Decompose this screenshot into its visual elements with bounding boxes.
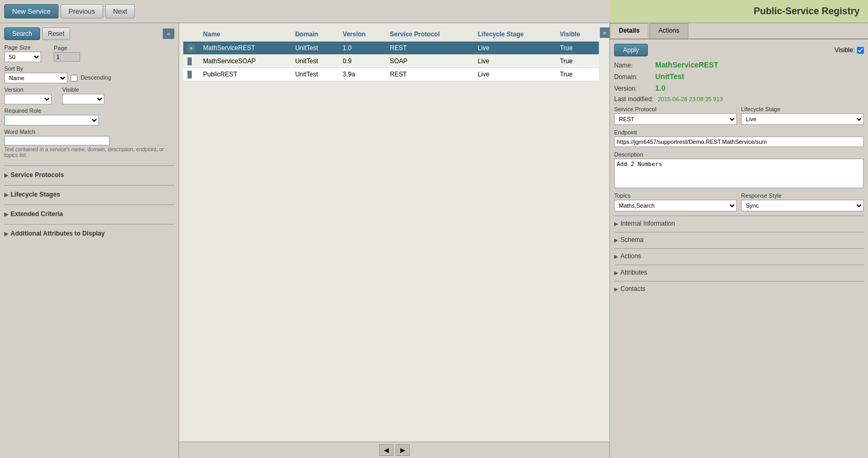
required-role-select[interactable] [4, 115, 99, 125]
tab-actions[interactable]: Actions [649, 23, 688, 38]
page-size-field: Page Size 50 25 100 [4, 44, 41, 62]
schema-triangle: ▶ [614, 237, 618, 243]
cell-version: 3.9a [339, 68, 386, 81]
table-row[interactable]: MathServiceSOAP UnitTest 0.9 SOAP Live T… [183, 55, 599, 68]
endpoint-input[interactable] [614, 137, 864, 147]
service-protocols-header[interactable]: ▶ Service Protocols [4, 169, 174, 181]
table-row[interactable]: » MathServiceREST UnitTest 1.0 REST Live… [183, 42, 599, 55]
internal-info-label: Internal Information [620, 220, 675, 227]
additional-attributes-section: ▶ Additional Attributes to Display [4, 224, 174, 239]
reset-button[interactable]: Reset [42, 27, 70, 40]
schema-header[interactable]: ▶ Schema [614, 235, 864, 245]
search-button[interactable]: Search [4, 27, 40, 40]
collapse-button[interactable]: « [163, 28, 174, 39]
sort-by-select[interactable]: Name Domain Version [4, 73, 67, 83]
scroll-right-button[interactable]: ▶ [396, 444, 410, 456]
cell-name: MathServiceREST [199, 42, 291, 55]
lifecycle-stages-section: ▶ Lifecycle Stages [4, 185, 174, 200]
next-button[interactable]: Next [105, 4, 135, 18]
col-arrow [183, 27, 199, 42]
table-row[interactable]: PublicREST UnitTest 3.9a REST Live True [183, 68, 599, 81]
lifecycle-stages-header[interactable]: ▶ Lifecycle Stages [4, 189, 174, 200]
domain-value: UnitTest [655, 72, 684, 81]
col-name[interactable]: Name [199, 27, 291, 42]
topics-select[interactable]: Maths,Search [614, 200, 737, 211]
endpoint-label: Endpoint [614, 129, 864, 135]
tab-details[interactable]: Details [610, 23, 648, 38]
domain-row: Domain: UnitTest [614, 72, 864, 81]
right-content: Apply Visible: Name: MathServiceREST Dom… [610, 40, 868, 458]
table-container: Name Domain Version Service Protocol Lif… [179, 23, 609, 442]
cell-domain: UnitTest [291, 68, 338, 81]
cell-protocol: SOAP [386, 55, 474, 68]
word-match-input[interactable] [4, 136, 110, 145]
cell-stage: Live [474, 55, 556, 68]
center-collapse-button[interactable]: » [600, 27, 609, 38]
right-tabs: Details Actions [610, 23, 868, 40]
service-protocol-select[interactable]: REST SOAP [614, 113, 737, 125]
version-detail-label: Version: [614, 85, 651, 92]
additional-attributes-triangle: ▶ [4, 231, 8, 237]
cell-version: 0.9 [339, 55, 386, 68]
col-domain[interactable]: Domain [291, 27, 338, 42]
internal-info-triangle: ▶ [614, 221, 618, 227]
scroll-left-button[interactable]: ◀ [379, 444, 393, 456]
word-match-label: Word Match [4, 129, 174, 135]
internal-info-header[interactable]: ▶ Internal Information [614, 218, 864, 229]
cell-name: PublicREST [199, 68, 291, 81]
row-arrow-icon [188, 57, 192, 65]
visible-select[interactable]: True False [62, 94, 104, 104]
new-service-button[interactable]: New Service [4, 4, 58, 18]
row-indicator [183, 68, 199, 81]
right-panel: Details Actions Apply Visible: Name: Mat… [610, 23, 868, 458]
protocol-stage-grid: Service Protocol REST SOAP Lifecycle Sta… [614, 106, 864, 125]
cell-stage: Live [474, 68, 556, 81]
name-label: Name: [614, 62, 651, 69]
cell-protocol: REST [386, 42, 474, 55]
search-row: Search Reset « [4, 27, 174, 40]
apply-button[interactable]: Apply [614, 44, 648, 56]
table-scroll-bottom: ◀ ▶ [179, 442, 609, 458]
page-size-select[interactable]: 50 25 100 [4, 52, 41, 62]
main-container: Search Reset « Page Size 50 25 100 Page … [0, 23, 868, 458]
previous-button[interactable]: Previous [61, 4, 103, 18]
actions-header[interactable]: ▶ Actions [614, 251, 864, 261]
word-match-row: Word Match Text contained in a service's… [4, 129, 174, 158]
topics-field: Topics Maths,Search [614, 192, 737, 211]
col-stage[interactable]: Lifecycle Stage [474, 27, 556, 42]
service-protocols-section: ▶ Service Protocols [4, 165, 174, 181]
lifecycle-stages-label: Lifecycle Stages [11, 191, 60, 198]
cell-name: MathServiceSOAP [199, 55, 291, 68]
app-title-text: Public-Service Registry [754, 6, 860, 17]
additional-attributes-header[interactable]: ▶ Additional Attributes to Display [4, 228, 174, 239]
page-input[interactable] [54, 52, 80, 62]
lifecycle-stage-select[interactable]: Live Beta Deprecated [741, 113, 864, 125]
descending-checkbox[interactable] [71, 75, 77, 82]
row-arrow-icon [188, 71, 192, 79]
extended-criteria-header[interactable]: ▶ Extended Criteria [4, 208, 174, 220]
page-label: Page [54, 45, 80, 51]
attributes-header[interactable]: ▶ Attributes [614, 267, 864, 278]
service-protocol-label: Service Protocol [614, 106, 737, 112]
col-visible[interactable]: Visible [556, 27, 599, 42]
cell-stage: Live [474, 42, 556, 55]
visible-checkbox[interactable] [857, 47, 864, 54]
description-field: Description Add 2 Numbers [614, 151, 864, 188]
sort-by-row: Sort By Name Domain Version Descending [4, 65, 174, 83]
extended-criteria-section: ▶ Extended Criteria [4, 204, 174, 220]
description-textarea[interactable]: Add 2 Numbers [614, 159, 864, 188]
cell-domain: UnitTest [291, 55, 338, 68]
descending-label: Descending [81, 74, 111, 81]
col-protocol[interactable]: Service Protocol [386, 27, 474, 42]
name-row: Name: MathServiceREST [614, 61, 864, 69]
contacts-section: ▶ Contacts [614, 281, 864, 294]
word-match-hint: Text contained in a service's name, doma… [4, 147, 174, 158]
version-select[interactable] [4, 94, 52, 104]
contacts-label: Contacts [620, 285, 645, 293]
services-table: Name Domain Version Service Protocol Lif… [183, 27, 599, 81]
contacts-header[interactable]: ▶ Contacts [614, 284, 864, 294]
col-version[interactable]: Version [339, 27, 386, 42]
response-style-select[interactable]: Sync Async [741, 200, 864, 211]
internal-info-section: ▶ Internal Information [614, 216, 864, 229]
apply-row: Apply Visible: [614, 44, 864, 56]
